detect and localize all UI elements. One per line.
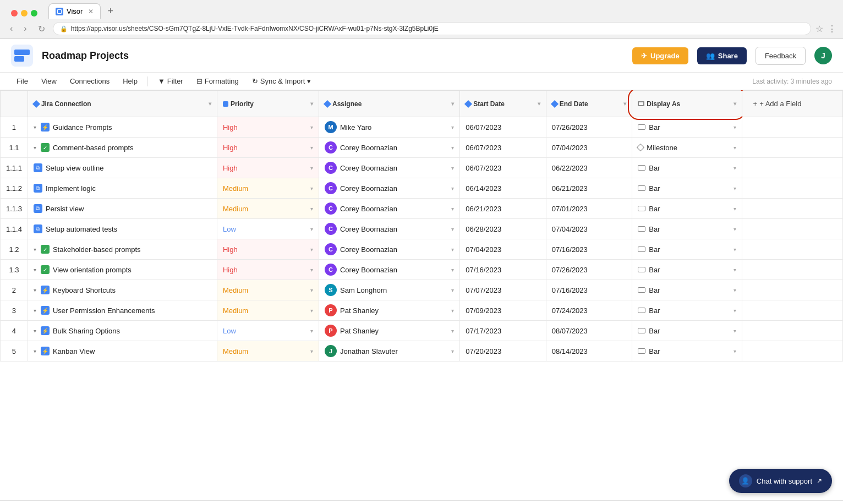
priority-dropdown-icon[interactable]: ▾ bbox=[310, 246, 313, 253]
row-priority-cell[interactable]: High▾ bbox=[217, 158, 319, 178]
row-end-date-cell[interactable]: 07/04/2023 bbox=[546, 138, 632, 158]
col-header-assignee[interactable]: Assignee ▾ bbox=[319, 91, 459, 117]
priority-dropdown-icon[interactable]: ▾ bbox=[310, 287, 313, 293]
col-header-end-date[interactable]: End Date ▾ bbox=[546, 91, 632, 117]
row-assignee-cell[interactable]: CCorey Boornazian▾ bbox=[319, 178, 459, 199]
row-end-date-cell[interactable]: 07/16/2023 bbox=[546, 280, 632, 300]
row-connection-cell[interactable]: ▾⚡User Permission Enhancements bbox=[28, 300, 217, 321]
row-display-as-cell[interactable]: Bar▾ bbox=[632, 300, 742, 321]
menu-file[interactable]: File bbox=[11, 75, 34, 87]
display-dropdown-icon[interactable]: ▾ bbox=[733, 206, 736, 212]
expand-icon[interactable]: ▾ bbox=[34, 246, 36, 253]
assignee-dropdown-icon[interactable]: ▾ bbox=[451, 246, 454, 253]
row-assignee-cell[interactable]: CCorey Boornazian▾ bbox=[319, 219, 459, 239]
expand-icon[interactable]: ▾ bbox=[34, 348, 36, 354]
priority-dropdown-icon[interactable]: ▾ bbox=[310, 328, 313, 334]
row-start-date-cell[interactable]: 06/14/2023 bbox=[460, 178, 546, 199]
row-end-date-cell[interactable]: 06/21/2023 bbox=[546, 178, 632, 199]
row-start-date-cell[interactable]: 07/16/2023 bbox=[460, 260, 546, 280]
row-connection-cell[interactable]: ▾✓Comment-based prompts bbox=[28, 138, 217, 158]
row-assignee-cell[interactable]: SSam Longhorn▾ bbox=[319, 280, 459, 300]
row-connection-cell[interactable]: ⧉Implement logic bbox=[28, 178, 217, 199]
user-avatar[interactable]: J bbox=[814, 47, 832, 64]
row-display-as-cell[interactable]: Bar▾ bbox=[632, 260, 742, 280]
expand-icon[interactable]: ▾ bbox=[34, 287, 36, 293]
display-dropdown-icon[interactable]: ▾ bbox=[733, 308, 736, 314]
forward-button[interactable]: › bbox=[20, 23, 30, 35]
row-connection-cell[interactable]: ▾⚡Keyboard Shortcuts bbox=[28, 280, 217, 300]
row-connection-cell[interactable]: ▾✓View orientation prompts bbox=[28, 260, 217, 280]
add-field-button[interactable]: + + Add a Field bbox=[748, 95, 837, 112]
priority-dropdown-icon[interactable]: ▾ bbox=[310, 308, 313, 314]
row-priority-cell[interactable]: High▾ bbox=[217, 239, 319, 260]
share-button[interactable]: 👥 Share bbox=[697, 47, 747, 64]
tab-close-button[interactable]: ✕ bbox=[88, 8, 94, 15]
display-dropdown-icon[interactable]: ▾ bbox=[733, 145, 736, 151]
expand-icon[interactable]: ▾ bbox=[34, 124, 36, 130]
more-options-button[interactable]: ⋮ bbox=[828, 24, 836, 34]
row-start-date-cell[interactable]: 06/07/2023 bbox=[460, 138, 546, 158]
row-priority-cell[interactable]: Medium▾ bbox=[217, 280, 319, 300]
col-header-connection[interactable]: Jira Connection ▾ bbox=[28, 91, 217, 117]
assignee-dropdown-icon[interactable]: ▾ bbox=[451, 206, 454, 212]
row-priority-cell[interactable]: Medium▾ bbox=[217, 341, 319, 361]
row-display-as-cell[interactable]: Bar▾ bbox=[632, 219, 742, 239]
add-field-header[interactable]: + + Add a Field bbox=[742, 91, 842, 117]
row-priority-cell[interactable]: Low▾ bbox=[217, 321, 319, 341]
col-header-display-as[interactable]: Display As ▾ bbox=[632, 91, 742, 117]
priority-dropdown-icon[interactable]: ▾ bbox=[310, 206, 313, 212]
priority-dropdown-icon[interactable]: ▾ bbox=[310, 124, 313, 130]
menu-view[interactable]: View bbox=[36, 75, 62, 87]
assignee-dropdown-icon[interactable]: ▾ bbox=[451, 348, 454, 354]
row-connection-cell[interactable]: ⧉Persist view bbox=[28, 199, 217, 219]
display-dropdown-icon[interactable]: ▾ bbox=[733, 348, 736, 354]
row-display-as-cell[interactable]: Milestone▾ bbox=[632, 138, 742, 158]
priority-dropdown-icon[interactable]: ▾ bbox=[310, 267, 313, 273]
assignee-dropdown-icon[interactable]: ▾ bbox=[451, 328, 454, 334]
row-end-date-cell[interactable]: 07/01/2023 bbox=[546, 199, 632, 219]
row-priority-cell[interactable]: High▾ bbox=[217, 138, 319, 158]
row-start-date-cell[interactable]: 07/17/2023 bbox=[460, 321, 546, 341]
maximize-traffic-light[interactable] bbox=[31, 10, 37, 17]
row-assignee-cell[interactable]: CCorey Boornazian▾ bbox=[319, 260, 459, 280]
row-end-date-cell[interactable]: 08/14/2023 bbox=[546, 341, 632, 361]
row-assignee-cell[interactable]: CCorey Boornazian▾ bbox=[319, 158, 459, 178]
new-tab-button[interactable]: + bbox=[103, 6, 118, 17]
row-start-date-cell[interactable]: 06/21/2023 bbox=[460, 199, 546, 219]
row-end-date-cell[interactable]: 07/24/2023 bbox=[546, 300, 632, 321]
row-connection-cell[interactable]: ⧉Setup view outline bbox=[28, 158, 217, 178]
chat-support-button[interactable]: 👤 Chat with support ↗ bbox=[729, 469, 832, 493]
filter-button[interactable]: ▼ Filter bbox=[152, 75, 189, 87]
display-dropdown-icon[interactable]: ▾ bbox=[733, 165, 736, 171]
minimize-traffic-light[interactable] bbox=[21, 10, 28, 17]
display-dropdown-icon[interactable]: ▾ bbox=[733, 267, 736, 273]
row-assignee-cell[interactable]: CCorey Boornazian▾ bbox=[319, 199, 459, 219]
display-dropdown-icon[interactable]: ▾ bbox=[733, 185, 736, 191]
row-start-date-cell[interactable]: 07/09/2023 bbox=[460, 300, 546, 321]
close-traffic-light[interactable] bbox=[11, 10, 18, 17]
display-dropdown-icon[interactable]: ▾ bbox=[733, 226, 736, 232]
address-bar[interactable]: 🔒 https://app.visor.us/sheets/CSO-sGm7QT… bbox=[53, 22, 811, 35]
col-header-start-date[interactable]: Start Date ▾ bbox=[460, 91, 546, 117]
row-assignee-cell[interactable]: JJonathan Slavuter▾ bbox=[319, 341, 459, 361]
row-assignee-cell[interactable]: CCorey Boornazian▾ bbox=[319, 138, 459, 158]
row-display-as-cell[interactable]: Bar▾ bbox=[632, 158, 742, 178]
row-priority-cell[interactable]: Low▾ bbox=[217, 219, 319, 239]
col-header-priority[interactable]: Priority ▾ bbox=[217, 91, 319, 117]
row-end-date-cell[interactable]: 07/26/2023 bbox=[546, 260, 632, 280]
display-dropdown-icon[interactable]: ▾ bbox=[733, 124, 736, 130]
priority-dropdown-icon[interactable]: ▾ bbox=[310, 185, 313, 191]
row-assignee-cell[interactable]: CCorey Boornazian▾ bbox=[319, 239, 459, 260]
row-display-as-cell[interactable]: Bar▾ bbox=[632, 341, 742, 361]
row-start-date-cell[interactable]: 06/28/2023 bbox=[460, 219, 546, 239]
row-priority-cell[interactable]: Medium▾ bbox=[217, 300, 319, 321]
display-dropdown-icon[interactable]: ▾ bbox=[733, 287, 736, 293]
row-priority-cell[interactable]: High▾ bbox=[217, 117, 319, 138]
row-connection-cell[interactable]: ▾⚡Guidance Prompts bbox=[28, 117, 217, 138]
assignee-dropdown-icon[interactable]: ▾ bbox=[451, 308, 454, 314]
formatting-button[interactable]: ⊟ Formatting bbox=[191, 75, 244, 87]
assignee-dropdown-icon[interactable]: ▾ bbox=[451, 145, 454, 151]
expand-icon[interactable]: ▾ bbox=[34, 308, 36, 314]
expand-icon[interactable]: ▾ bbox=[34, 267, 36, 273]
display-dropdown-icon[interactable]: ▾ bbox=[733, 328, 736, 334]
